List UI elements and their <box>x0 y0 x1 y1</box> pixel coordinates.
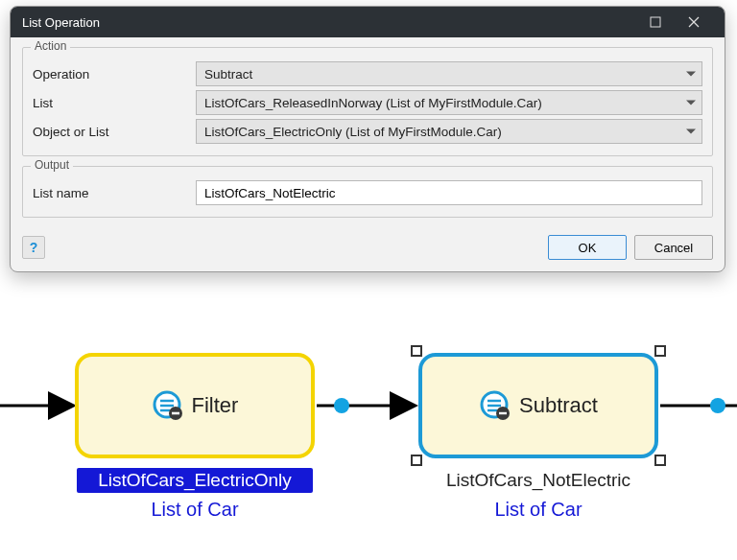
list-name-label: List name <box>33 186 196 200</box>
svg-rect-19 <box>499 412 507 414</box>
list-value: ListOfCars_ReleasedInNorway (List of MyF… <box>204 96 542 110</box>
output-group-label: Output <box>31 158 73 172</box>
flow-node-subtract-type: List of Car <box>418 499 658 521</box>
selection-handle[interactable] <box>654 455 666 466</box>
flow-node-filter[interactable]: Filter <box>75 353 315 458</box>
list-name-input[interactable] <box>196 180 702 205</box>
selection-handle[interactable] <box>411 345 422 357</box>
action-group: Action Operation Subtract List ListOfCar… <box>22 47 713 156</box>
list-dropdown[interactable]: ListOfCars_ReleasedInNorway (List of MyF… <box>196 90 702 115</box>
flow-node-filter-title: Filter <box>192 393 239 418</box>
flow-node-filter-varname[interactable]: ListOfCars_ElectricOnly <box>77 468 313 493</box>
svg-rect-13 <box>172 412 179 414</box>
help-icon: ? <box>30 240 38 255</box>
chevron-down-icon <box>686 129 696 134</box>
dialog-titlebar[interactable]: List Operation <box>11 7 725 37</box>
list-operation-icon <box>479 389 511 422</box>
connection-point[interactable] <box>710 398 725 413</box>
output-group: Output List name <box>22 166 713 218</box>
cancel-button-label: Cancel <box>654 241 693 255</box>
operation-dropdown[interactable]: Subtract <box>196 61 702 86</box>
operation-value: Subtract <box>204 67 252 82</box>
flow-node-filter-type: List of Car <box>77 499 313 521</box>
ok-button[interactable]: OK <box>548 235 627 260</box>
list-operation-icon <box>152 389 184 422</box>
chevron-down-icon <box>686 72 696 77</box>
ok-button-label: OK <box>579 241 597 255</box>
window-close-button[interactable] <box>675 7 713 37</box>
list-row: List ListOfCars_ReleasedInNorway (List o… <box>33 90 702 115</box>
operation-label: Operation <box>33 67 196 82</box>
operation-row: Operation Subtract <box>33 61 702 86</box>
object-or-list-row: Object or List ListOfCars_ElectricOnly (… <box>33 119 702 144</box>
chevron-down-icon <box>686 101 696 105</box>
microflow-canvas[interactable]: Filter ListOfCars_ElectricOnly List of C… <box>0 316 737 560</box>
object-or-list-dropdown[interactable]: ListOfCars_ElectricOnly (List of MyFirst… <box>196 119 702 144</box>
list-label: List <box>33 96 196 110</box>
flow-node-subtract[interactable]: Subtract <box>418 353 658 458</box>
dialog-footer: ? OK Cancel <box>11 227 725 271</box>
help-button[interactable]: ? <box>22 236 45 259</box>
flow-node-subtract-title: Subtract <box>519 393 598 418</box>
connection-point[interactable] <box>334 398 349 413</box>
cancel-button[interactable]: Cancel <box>634 235 713 260</box>
window-maximize-button[interactable] <box>636 7 675 37</box>
selection-handle[interactable] <box>654 345 666 357</box>
object-or-list-label: Object or List <box>33 125 196 139</box>
selection-handle[interactable] <box>411 455 422 466</box>
svg-rect-0 <box>651 17 660 27</box>
dialog-body: Action Operation Subtract List ListOfCar… <box>11 37 725 218</box>
dialog-title: List Operation <box>22 15 636 30</box>
object-or-list-value: ListOfCars_ElectricOnly (List of MyFirst… <box>204 125 502 139</box>
flow-node-subtract-varname[interactable]: ListOfCars_NotElectric <box>418 470 658 491</box>
action-group-label: Action <box>31 39 70 53</box>
list-name-row: List name <box>33 180 702 205</box>
list-operation-dialog: List Operation Action Operation Subtract… <box>10 6 725 272</box>
